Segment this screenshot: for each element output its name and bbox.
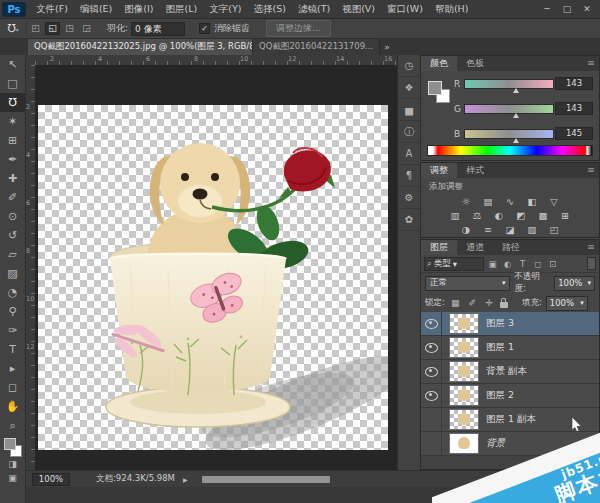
intersect-selection-mode-button[interactable]: ◲ (79, 22, 94, 35)
add-to-selection-mode-button[interactable]: ◱ (45, 22, 60, 35)
hand-tool[interactable]: ✋ (0, 397, 25, 416)
paragraph-styles-panel-icon[interactable]: ✿ (398, 209, 420, 231)
color-balance-icon[interactable]: ⚖ (470, 209, 485, 221)
menu-file[interactable]: 文件(F) (30, 0, 74, 18)
filter-type-layers-icon[interactable]: T (516, 259, 529, 269)
visibility-toggle[interactable] (421, 360, 442, 383)
layer-row-layer2[interactable]: 图层 2 (421, 384, 599, 408)
color-lookup-icon[interactable]: ⊞ (558, 209, 573, 221)
layer-row-background-copy[interactable]: 背景 副本 (421, 360, 599, 384)
layer-thumbnail[interactable] (449, 361, 479, 382)
horizontal-scrollbar[interactable] (202, 476, 330, 483)
type-tool[interactable]: T (0, 340, 25, 359)
layer-thumbnail[interactable] (449, 313, 479, 334)
document-tab-inactive[interactable]: QQ截图20160422131709... (253, 39, 380, 55)
channel-mixer-icon[interactable]: ▩ (536, 209, 551, 221)
tab-overflow-chevron-icon[interactable]: » (384, 39, 390, 55)
maximize-button[interactable]: □ (557, 1, 577, 17)
new-selection-mode-button[interactable]: ◰ (28, 22, 43, 35)
styles-panel-icon[interactable]: ❖ (398, 77, 420, 99)
levels-icon[interactable]: ▤ (481, 195, 496, 207)
blend-mode-select[interactable]: 正常 ▾ (425, 276, 510, 291)
history-brush-tool[interactable]: ↺ (0, 226, 25, 245)
lock-position-icon[interactable]: ✛ (483, 298, 496, 308)
layer-name[interactable]: 背景 副本 (486, 365, 527, 378)
layer-name[interactable]: 图层 2 (486, 389, 514, 402)
screen-mode-button[interactable]: ▣ (0, 471, 25, 485)
layer-row-layer1[interactable]: 图层 1 (421, 336, 599, 360)
exposure-icon[interactable]: ◧ (525, 195, 540, 207)
status-popup-arrow-icon[interactable]: ▶ (183, 476, 188, 483)
tab-styles[interactable]: 样式 (457, 163, 493, 178)
menu-window[interactable]: 窗口(W) (381, 0, 429, 18)
photo-filter-icon[interactable]: ◩ (514, 209, 529, 221)
panel-menu-icon[interactable]: ≡ (583, 163, 599, 178)
lock-all-icon[interactable] (500, 302, 508, 308)
menu-help[interactable]: 帮助(H) (429, 0, 475, 18)
paragraph-panel-icon[interactable]: ¶ (398, 165, 420, 187)
lasso-tool[interactable]: ℧ (0, 93, 25, 112)
slider-thumb-icon[interactable] (513, 88, 519, 93)
pen-tool[interactable]: ✑ (0, 321, 25, 340)
vibrance-icon[interactable]: ▽ (547, 195, 562, 207)
foreground-color-swatch[interactable] (4, 438, 16, 450)
tab-color[interactable]: 颜色 (421, 56, 457, 71)
opacity-value-field[interactable]: 100% ▾ (554, 276, 595, 291)
hue-saturation-icon[interactable]: ▥ (448, 209, 463, 221)
black-white-icon[interactable]: ◐ (492, 209, 507, 221)
character-panel-icon[interactable]: A (398, 143, 420, 165)
quick-mask-button[interactable]: ◨ (0, 457, 25, 471)
feather-input[interactable]: 0 像素 (131, 22, 185, 36)
eraser-tool[interactable]: ▱ (0, 245, 25, 264)
rectangular-marquee-tool[interactable]: □ (0, 74, 25, 93)
tab-adjustments[interactable]: 调整 (421, 163, 457, 178)
slider-thumb-icon[interactable] (513, 138, 519, 143)
lock-transparency-icon[interactable]: ▦ (449, 298, 462, 308)
brightness-contrast-icon[interactable]: ☼ (459, 195, 474, 207)
visibility-toggle[interactable] (421, 336, 442, 359)
red-value-field[interactable]: 143 (555, 77, 593, 90)
minimize-button[interactable]: ─ (537, 1, 557, 17)
posterize-icon[interactable]: ≡ (481, 223, 496, 235)
menu-type[interactable]: 文字(Y) (203, 0, 247, 18)
filter-smart-object-icon[interactable]: ⊡ (546, 259, 559, 269)
subtract-selection-mode-button[interactable]: ◳ (62, 22, 77, 35)
close-button[interactable]: ✕ (577, 1, 597, 17)
fill-value-field[interactable]: 100% ▾ (546, 296, 588, 311)
layer-name[interactable]: 图层 1 (486, 341, 514, 354)
green-slider[interactable] (464, 104, 554, 114)
layer-thumbnail[interactable] (449, 385, 479, 406)
curves-icon[interactable]: ∿ (503, 195, 518, 207)
menu-image[interactable]: 图像(I) (118, 0, 159, 18)
tool-preset-picker[interactable]: ℧▾ (0, 22, 27, 35)
layer-filter-kind-select[interactable]: ⌕ 类型 ▾ (424, 257, 484, 271)
magic-wand-tool[interactable]: ✶ (0, 112, 25, 131)
document-tab-active[interactable]: QQ截图20160422132025.jpg @ 100%(图层 3, RGB/… (28, 39, 253, 55)
tab-paths[interactable]: 路径 (493, 240, 529, 255)
panel-menu-icon[interactable]: ≡ (583, 56, 599, 71)
color-spectrum-ramp[interactable] (427, 145, 593, 156)
clone-stamp-tool[interactable]: ⊙ (0, 207, 25, 226)
green-value-field[interactable]: 143 (555, 102, 593, 115)
gradient-tool[interactable]: ▨ (0, 264, 25, 283)
spot-healing-brush-tool[interactable]: ✚ (0, 169, 25, 188)
layer-thumbnail[interactable] (449, 337, 479, 358)
blue-slider[interactable] (464, 129, 554, 139)
selective-color-icon[interactable]: ◰ (547, 223, 562, 235)
tab-layers[interactable]: 图层 (421, 240, 457, 255)
filter-adjustment-layers-icon[interactable]: ◐ (501, 259, 514, 269)
zoom-tool[interactable]: ⌕ (0, 416, 25, 435)
filter-pixel-layers-icon[interactable]: ▣ (486, 259, 499, 269)
tab-swatches[interactable]: 色板 (457, 56, 493, 71)
dodge-tool[interactable]: ⚲ (0, 302, 25, 321)
panel-menu-icon[interactable]: ≡ (583, 240, 599, 255)
menu-view[interactable]: 视图(V) (336, 0, 381, 18)
menu-select[interactable]: 选择(S) (247, 0, 291, 18)
shape-tool[interactable]: ◻ (0, 378, 25, 397)
visibility-toggle[interactable] (421, 384, 442, 407)
menu-edit[interactable]: 编辑(E) (74, 0, 118, 18)
histogram-panel-icon[interactable]: ▅ (398, 99, 420, 121)
foreground-color-swatch[interactable] (428, 81, 442, 95)
layer-row-layer3[interactable]: 图层 3 (421, 312, 599, 336)
filter-toggle-switch[interactable] (587, 257, 596, 270)
